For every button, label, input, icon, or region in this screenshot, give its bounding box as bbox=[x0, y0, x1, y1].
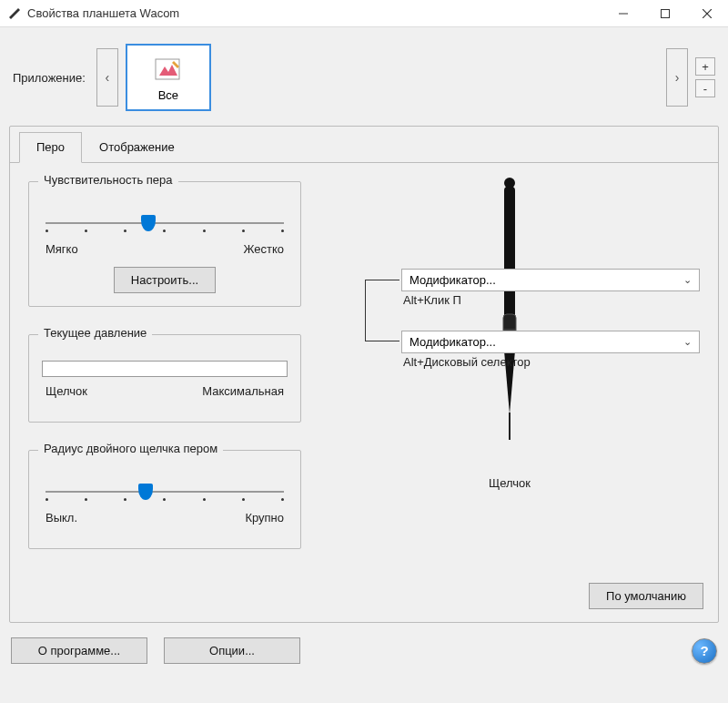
doubleclick-title: Радиус двойного щелчка пером bbox=[38, 442, 223, 455]
sensitivity-soft-label: Мягко bbox=[46, 242, 78, 256]
pen-icon bbox=[491, 178, 528, 451]
tab-pen[interactable]: Перо bbox=[19, 132, 82, 163]
customize-button[interactable]: Настроить... bbox=[114, 267, 216, 293]
application-row: Приложение: ‹ Все › + - bbox=[9, 35, 719, 122]
pen-upper-button-value: Alt+Клик П bbox=[401, 293, 700, 307]
pen-lower-button-dropdown[interactable]: Модификатор... ⌄ bbox=[401, 331, 700, 353]
app-prev-button[interactable]: ‹ bbox=[96, 48, 118, 107]
close-button[interactable] bbox=[686, 0, 728, 27]
app-next-button[interactable]: › bbox=[666, 48, 688, 107]
pen-lower-button-value: Alt+Дисковый селектор bbox=[401, 355, 700, 369]
doubleclick-off-label: Выкл. bbox=[46, 511, 77, 525]
main-area: Приложение: ‹ Все › + - Перо Отображение bbox=[0, 27, 728, 703]
settings-panel: Перо Отображение Чувствительность пера bbox=[9, 126, 719, 623]
tabs: Перо Отображение bbox=[10, 127, 718, 163]
chevron-down-icon: ⌄ bbox=[683, 336, 692, 348]
pen-tip-label: Щелчок bbox=[489, 476, 531, 490]
window-title: Свойства планшета Wacom bbox=[27, 6, 602, 20]
pressure-click-label: Щелчок bbox=[46, 384, 87, 398]
tab-content: Чувствительность пера Мягко Жестко bbox=[10, 163, 718, 595]
sensitivity-group: Чувствительность пера Мягко Жестко bbox=[28, 181, 301, 307]
maximize-button[interactable] bbox=[644, 0, 686, 27]
sensitivity-firm-label: Жестко bbox=[243, 242, 284, 256]
chevron-down-icon: ⌄ bbox=[683, 274, 692, 286]
pressure-group: Текущее давление Щелчок Максимальная bbox=[28, 334, 301, 423]
doubleclick-group: Радиус двойного щелчка пером Выкл. Крупн… bbox=[28, 450, 301, 549]
about-button[interactable]: О программе... bbox=[11, 637, 147, 664]
apps-icon bbox=[152, 54, 185, 87]
doubleclick-slider[interactable] bbox=[46, 482, 284, 504]
application-all[interactable]: Все bbox=[126, 44, 211, 111]
pressure-bar bbox=[42, 361, 288, 377]
svg-rect-9 bbox=[509, 413, 511, 440]
pressure-title: Текущее давление bbox=[38, 326, 152, 340]
app-icon bbox=[7, 6, 22, 21]
application-all-label: Все bbox=[158, 88, 178, 102]
options-button[interactable]: Опции... bbox=[164, 637, 300, 664]
minimize-button[interactable] bbox=[602, 0, 644, 27]
pen-diagram: Щелчок Модификатор... ⌄ Alt+Клик П Модиф… bbox=[319, 181, 700, 576]
footer: О программе... Опции... ? bbox=[9, 632, 719, 669]
tab-mapping[interactable]: Отображение bbox=[82, 132, 192, 162]
sensitivity-title: Чувствительность пера bbox=[38, 173, 178, 187]
svg-rect-4 bbox=[156, 59, 179, 79]
pen-upper-button-dropdown[interactable]: Модификатор... ⌄ bbox=[401, 269, 700, 291]
svg-rect-1 bbox=[662, 9, 670, 17]
default-button[interactable]: По умолчанию bbox=[589, 583, 703, 609]
app-remove-button[interactable]: - bbox=[695, 79, 715, 97]
pressure-max-label: Максимальная bbox=[202, 384, 284, 398]
application-label: Приложение: bbox=[13, 71, 86, 85]
title-bar: Свойства планшета Wacom bbox=[0, 0, 728, 27]
app-add-button[interactable]: + bbox=[695, 57, 715, 76]
help-button[interactable]: ? bbox=[692, 638, 717, 664]
doubleclick-large-label: Крупно bbox=[245, 511, 284, 525]
sensitivity-slider[interactable] bbox=[46, 213, 284, 235]
